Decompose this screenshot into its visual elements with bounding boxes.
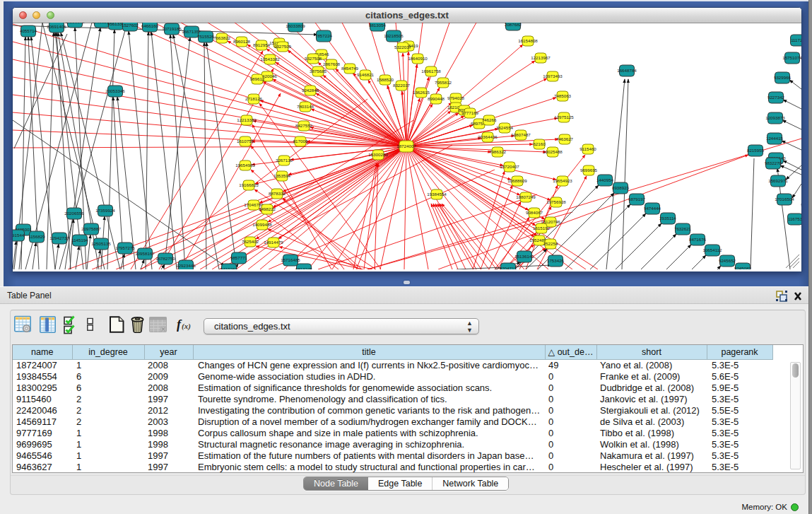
svg-text:6466160: 6466160 xyxy=(141,23,159,28)
svg-text:8454749: 8454749 xyxy=(341,66,359,71)
svg-text:19756928: 19756928 xyxy=(546,199,566,204)
svg-text:12213382: 12213382 xyxy=(237,117,257,122)
svg-text:19654985: 19654985 xyxy=(235,163,255,168)
svg-text:62160: 62160 xyxy=(533,141,546,146)
svg-text:1753426: 1753426 xyxy=(547,258,565,263)
svg-text:15300283: 15300283 xyxy=(368,152,388,157)
svg-text:16961758: 16961758 xyxy=(421,69,441,74)
svg-text:9794028: 9794028 xyxy=(447,95,465,100)
svg-text:9146821: 9146821 xyxy=(357,72,375,77)
svg-text:746266: 746266 xyxy=(482,117,497,122)
svg-text:7663822: 7663822 xyxy=(213,35,231,40)
svg-text:8322037: 8322037 xyxy=(393,83,411,88)
svg-text:7485063: 7485063 xyxy=(554,93,572,98)
svg-text:18640910: 18640910 xyxy=(408,56,428,61)
svg-text:18807249: 18807249 xyxy=(516,194,536,199)
svg-text:9327509: 9327509 xyxy=(274,44,292,49)
svg-text:8427552: 8427552 xyxy=(295,123,313,128)
svg-text:3624554: 3624554 xyxy=(496,125,514,130)
svg-text:7625402: 7625402 xyxy=(242,239,259,244)
svg-text:1156829: 1156829 xyxy=(28,234,45,239)
svg-text:12505135: 12505135 xyxy=(91,241,111,246)
svg-text:9115460: 9115460 xyxy=(579,146,596,151)
svg-text:16154808: 16154808 xyxy=(518,38,538,43)
svg-text:16648784: 16648784 xyxy=(617,68,637,73)
svg-text:14099488: 14099488 xyxy=(252,222,272,227)
svg-text:391544: 391544 xyxy=(13,233,25,238)
svg-text:19166825: 19166825 xyxy=(239,182,259,187)
svg-text:20206556: 20206556 xyxy=(64,211,84,216)
svg-text:10688609: 10688609 xyxy=(507,178,527,183)
svg-text:8471676: 8471676 xyxy=(689,237,707,242)
svg-text:1362615: 1362615 xyxy=(413,90,430,95)
svg-text:252254: 252254 xyxy=(543,241,558,246)
svg-text:9777169: 9777169 xyxy=(461,110,479,115)
svg-text:7803144: 7803144 xyxy=(297,104,314,109)
svg-text:2718126: 2718126 xyxy=(245,96,263,101)
svg-text:20691406: 20691406 xyxy=(47,24,66,29)
svg-text:8990448: 8990448 xyxy=(428,96,445,101)
svg-text:9832270: 9832270 xyxy=(765,160,782,165)
svg-text:12093873: 12093873 xyxy=(765,115,785,120)
svg-text:10654112: 10654112 xyxy=(702,247,722,252)
svg-text:7463627: 7463627 xyxy=(556,136,574,141)
svg-text:20975887: 20975887 xyxy=(81,226,101,231)
svg-text:1615192: 1615192 xyxy=(533,226,551,230)
svg-text:7857224: 7857224 xyxy=(315,33,333,38)
svg-text:6813245: 6813245 xyxy=(295,267,313,269)
svg-text:(x): (x) xyxy=(182,322,191,331)
svg-text:116753: 116753 xyxy=(788,216,801,221)
svg-text:14914479: 14914479 xyxy=(264,240,283,245)
svg-text:15692971: 15692971 xyxy=(768,178,788,183)
svg-text:7515526: 7515526 xyxy=(197,34,215,39)
svg-text:15716485: 15716485 xyxy=(281,257,300,262)
svg-text:3498222: 3498222 xyxy=(259,206,276,211)
svg-text:9327508: 9327508 xyxy=(305,56,322,61)
svg-text:10973493: 10973493 xyxy=(543,74,563,78)
svg-text:9227342: 9227342 xyxy=(767,95,785,100)
svg-text:10807487: 10807487 xyxy=(511,132,531,137)
svg-text:18223582: 18223582 xyxy=(65,23,85,24)
svg-text:12923446: 12923446 xyxy=(176,263,196,268)
svg-text:15720407: 15720407 xyxy=(500,164,519,169)
svg-text:10543382: 10543382 xyxy=(260,57,280,62)
svg-text:1610755: 1610755 xyxy=(237,139,254,144)
svg-text:17359924: 17359924 xyxy=(95,208,115,213)
svg-text:19384554: 19384554 xyxy=(427,192,447,197)
svg-text:1588520: 1588520 xyxy=(377,77,394,82)
svg-text:1527602: 1527602 xyxy=(122,23,139,28)
svg-text:8204713: 8204713 xyxy=(500,266,517,269)
svg-text:19654923: 19654923 xyxy=(553,178,572,183)
svg-text:20053346: 20053346 xyxy=(105,88,125,93)
svg-text:16033809: 16033809 xyxy=(286,23,305,28)
svg-text:1353594: 1353594 xyxy=(273,173,291,178)
svg-text:17016504: 17016504 xyxy=(775,197,794,201)
svg-text:9245082: 9245082 xyxy=(734,266,752,269)
svg-text:8878332: 8878332 xyxy=(269,191,286,196)
svg-text:16782759: 16782759 xyxy=(155,256,175,261)
svg-text:10719185: 10719185 xyxy=(162,26,182,31)
svg-text:1145194: 1145194 xyxy=(71,238,88,243)
svg-text:3875685: 3875685 xyxy=(310,69,327,74)
svg-text:9699695: 9699695 xyxy=(580,168,598,173)
svg-text:10025488: 10025488 xyxy=(543,149,563,154)
svg-text:19218506: 19218506 xyxy=(384,33,404,38)
svg-text:7986322: 7986322 xyxy=(489,149,507,154)
svg-text:111724: 111724 xyxy=(791,37,801,42)
svg-text:20364436: 20364436 xyxy=(478,134,498,139)
svg-text:817006: 817006 xyxy=(293,139,308,144)
svg-text:1244415: 1244415 xyxy=(766,136,784,141)
svg-text:12975125: 12975125 xyxy=(554,115,574,119)
svg-text:6879197: 6879197 xyxy=(628,197,646,201)
svg-text:2087682: 2087682 xyxy=(505,23,522,27)
svg-text:9329966: 9329966 xyxy=(774,75,792,80)
svg-text:15136141: 15136141 xyxy=(514,254,534,259)
svg-text:7632621: 7632621 xyxy=(674,226,692,231)
svg-text:3267130: 3267130 xyxy=(276,158,293,163)
svg-text:9857771: 9857771 xyxy=(230,255,248,260)
svg-text:2935114: 2935114 xyxy=(659,216,676,221)
svg-text:9242848: 9242848 xyxy=(302,88,319,93)
svg-text:989612: 989612 xyxy=(250,76,265,81)
svg-text:9245652: 9245652 xyxy=(719,258,736,263)
svg-text:10958167: 10958167 xyxy=(135,251,155,256)
